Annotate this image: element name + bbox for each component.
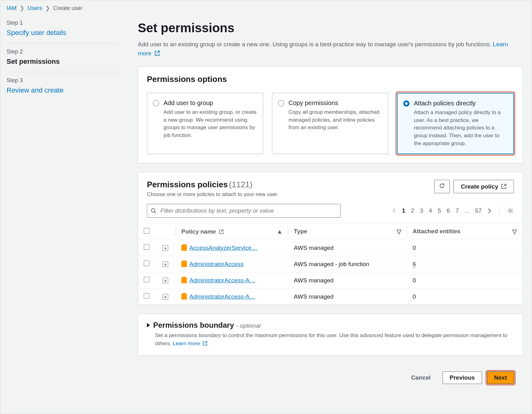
expand-caret-icon[interactable] <box>147 323 150 327</box>
refresh-button[interactable] <box>434 180 450 193</box>
page-title: Set permissions <box>138 21 523 35</box>
expand-row-icon[interactable]: + <box>163 294 168 300</box>
policy-search-input[interactable] <box>147 204 341 218</box>
create-policy-button[interactable]: Create policy <box>454 180 514 193</box>
col-attached-entities[interactable]: Attached entities <box>413 228 460 235</box>
policy-type: AWS managed - job function <box>288 256 407 272</box>
learn-more-link[interactable]: Learn more <box>173 341 208 346</box>
permissions-boundary-panel: Permissions boundary - optional Set a pe… <box>138 314 523 356</box>
breadcrumb: IAM ❯ Users ❯ Create user <box>0 0 532 15</box>
page-ellipsis: ... <box>464 207 469 214</box>
table-row: + AccessAnalyzerService… AWS managed 0 <box>138 240 523 256</box>
select-all-checkbox[interactable] <box>144 228 149 234</box>
page-subtitle: Add user to an existing group or create … <box>138 40 523 58</box>
policy-box-icon <box>181 261 187 267</box>
svg-point-0 <box>151 209 155 212</box>
step-review-and-create[interactable]: Review and create <box>7 86 119 94</box>
page-4[interactable]: 4 <box>429 207 432 214</box>
policy-type: AWS managed <box>288 240 407 256</box>
policy-name-link[interactable]: AdministratorAccess-A… <box>189 277 255 284</box>
permissions-policies-panel: Permissions policies (1121) Choose one o… <box>138 172 523 305</box>
previous-button[interactable]: Previous <box>443 371 482 384</box>
boundary-title-text: Permissions boundary <box>153 321 234 329</box>
external-link-icon <box>203 341 208 346</box>
expand-row-icon[interactable]: + <box>163 278 168 283</box>
policy-box-icon <box>181 294 187 300</box>
boundary-desc-text: Set a permissions boundary to control th… <box>155 332 507 346</box>
policies-count: (1121) <box>229 180 253 189</box>
policy-name-link[interactable]: AccessAnalyzerService… <box>189 245 258 251</box>
table-row: + AdministratorAccess-A… AWS managed 0 <box>138 272 523 289</box>
policy-name-link[interactable]: AdministratorAccess-A… <box>189 293 255 300</box>
external-link-icon <box>501 184 507 189</box>
page-2[interactable]: 2 <box>411 207 414 214</box>
option-title: Copy permissions <box>289 99 382 107</box>
col-type[interactable]: Type <box>294 228 307 235</box>
option-desc: Attach a managed policy directly to a us… <box>414 109 507 147</box>
expand-row-icon[interactable]: + <box>163 245 168 251</box>
policies-subtitle: Choose one or more policies to attach to… <box>147 191 279 198</box>
policy-type: AWS managed <box>288 272 407 289</box>
learn-more-label: Learn more <box>173 341 200 346</box>
page-prev-icon[interactable] <box>392 208 396 214</box>
expand-row-icon[interactable]: + <box>163 261 168 267</box>
option-attach-policies-directly[interactable]: Attach policies directly Attach a manage… <box>397 93 514 154</box>
radio-icon <box>278 100 284 106</box>
refresh-icon <box>439 183 445 189</box>
cancel-button[interactable]: Cancel <box>404 372 437 384</box>
policies-table: Policy name ▲ Type ▽ Atta <box>138 223 523 305</box>
page-3[interactable]: 3 <box>420 207 423 214</box>
option-title: Attach policies directly <box>414 100 507 107</box>
radio-icon <box>153 100 159 106</box>
table-row: + AdministratorAccess AWS managed - job … <box>138 256 523 272</box>
page-57[interactable]: 57 <box>475 207 482 214</box>
divider <box>499 206 499 215</box>
row-checkbox[interactable] <box>144 244 149 250</box>
filter-icon[interactable]: ▽ <box>397 228 401 235</box>
breadcrumb-current: Create user <box>53 5 83 12</box>
policy-search <box>147 204 341 218</box>
policy-entities[interactable]: 6 <box>413 261 416 268</box>
option-copy-permissions[interactable]: Copy permissions Copy all group membersh… <box>272 93 388 154</box>
breadcrumb-iam[interactable]: IAM <box>7 5 17 12</box>
permissions-boundary-desc: Set a permissions boundary to control th… <box>138 331 523 356</box>
search-icon <box>151 208 156 214</box>
wizard-steps-sidebar: Step 1 Specify user details Step 2 Set p… <box>0 15 125 384</box>
page-5[interactable]: 5 <box>438 207 441 214</box>
policy-entities: 0 <box>407 289 523 305</box>
sort-asc-icon[interactable]: ▲ <box>277 228 283 235</box>
option-desc: Add user to an existing group, or create… <box>163 109 257 139</box>
step-label: Step 2 <box>7 48 119 55</box>
chevron-right-icon: ❯ <box>20 5 24 12</box>
page-7[interactable]: 7 <box>455 207 459 214</box>
policy-box-icon <box>181 245 187 251</box>
page-1[interactable]: 1 <box>402 207 405 214</box>
step-set-permissions: Set permissions <box>7 58 119 66</box>
row-checkbox[interactable] <box>144 293 149 299</box>
page-6[interactable]: 6 <box>447 207 450 214</box>
optional-label: - optional <box>236 322 260 329</box>
wizard-footer: Cancel Previous Next <box>138 365 523 384</box>
next-button[interactable]: Next <box>487 371 514 384</box>
settings-icon[interactable] <box>507 207 514 214</box>
table-row: + AdministratorAccess-A… AWS managed 0 <box>138 289 523 305</box>
row-checkbox[interactable] <box>144 277 149 282</box>
step-specify-user-details[interactable]: Specify user details <box>7 29 119 37</box>
chevron-right-icon: ❯ <box>45 5 50 12</box>
radio-icon <box>403 100 409 107</box>
external-link-icon <box>219 229 224 234</box>
permissions-options-panel: Permissions options Add user to group Ad… <box>138 67 523 163</box>
row-checkbox[interactable] <box>144 260 149 266</box>
filter-icon[interactable]: ▽ <box>512 228 517 235</box>
option-add-user-to-group[interactable]: Add user to group Add user to an existin… <box>147 93 263 154</box>
breadcrumb-users[interactable]: Users <box>28 5 42 12</box>
policy-name-link[interactable]: AdministratorAccess <box>189 261 243 267</box>
page-next-icon[interactable] <box>487 208 492 214</box>
policy-type: AWS managed <box>288 289 407 305</box>
external-link-icon <box>154 50 160 56</box>
pagination: 1 2 3 4 5 6 7 ... 57 <box>392 206 514 215</box>
option-desc: Copy all group memberships, attached man… <box>289 109 382 132</box>
col-policy-name[interactable]: Policy name <box>181 228 216 235</box>
permissions-boundary-title: Permissions boundary - optional <box>153 321 261 330</box>
create-policy-label: Create policy <box>461 183 498 190</box>
